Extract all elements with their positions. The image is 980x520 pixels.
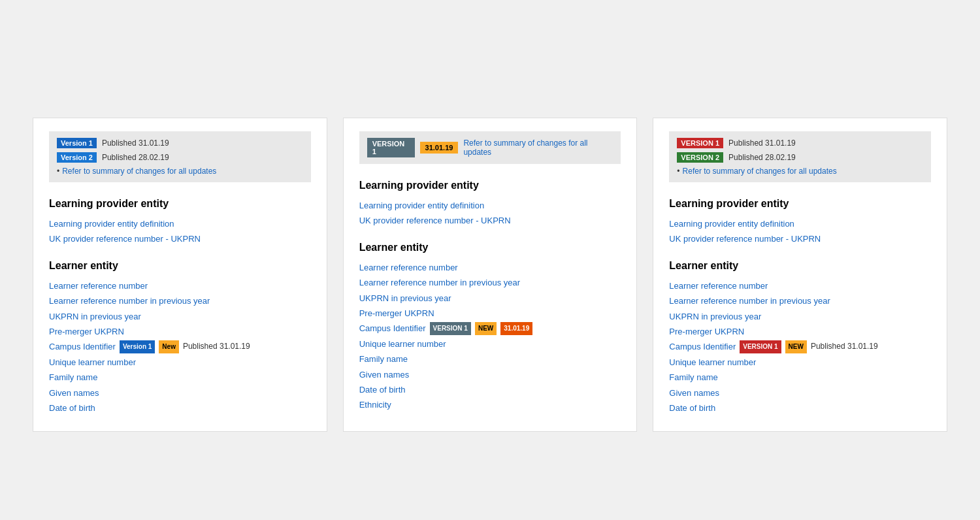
version1-text: Published 31.01.19: [102, 138, 169, 148]
nav-link-uln-2[interactable]: Unique learner number: [359, 336, 621, 351]
nav-item-campus-2: Campus Identifier VERSION 1 NEW 31.01.19: [359, 321, 621, 336]
nav-link-family-2[interactable]: Family name: [359, 351, 621, 366]
nav-link-given-3[interactable]: Given names: [669, 385, 931, 400]
nav-link-dob-3[interactable]: Date of birth: [669, 400, 931, 415]
nav-link-given[interactable]: Given names: [49, 385, 311, 400]
nav-link-given-2[interactable]: Given names: [359, 367, 621, 382]
version-bar-inline: VERSION 1 31.01.19 Refer to summary of c…: [367, 138, 613, 157]
campus-date-text: Published 31.01.19: [183, 340, 250, 354]
version-bar-3: VERSION 1 Published 31.01.19 VERSION 2 P…: [669, 131, 931, 182]
date-yellow-badge: 31.01.19: [420, 142, 459, 154]
campus-new-badge-2: NEW: [475, 322, 497, 335]
nav-link-dob-2[interactable]: Date of birth: [359, 382, 621, 397]
section-heading-learner-2: Learner entity: [359, 242, 621, 253]
campus-date-text-3: Published 31.01.19: [811, 340, 878, 354]
nav-link-lrn-3[interactable]: Learner reference number: [669, 278, 931, 293]
campus-new-badge: New: [159, 340, 179, 353]
bullet: •: [57, 167, 59, 176]
nav-link-pre-merger-3[interactable]: Pre-merger UKPRN: [669, 324, 931, 339]
nav-link-family[interactable]: Family name: [49, 370, 311, 385]
nav-item-campus-3: Campus Identifier VERSION 1 NEW Publishe…: [669, 339, 931, 354]
summary-link-2[interactable]: Refer to summary of changes for all upda…: [463, 138, 613, 157]
campus-v1-badge-3: VERSION 1: [740, 340, 781, 353]
summary-link-3[interactable]: Refer to summary of changes for all upda…: [683, 167, 837, 176]
version-dark-badge: VERSION 1: [367, 138, 415, 157]
nav-link-lrn[interactable]: Learner reference number: [49, 278, 311, 293]
nav-link-lpe-def-3[interactable]: Learning provider entity definition: [669, 216, 931, 231]
nav-link-campus[interactable]: Campus Identifier: [49, 339, 116, 354]
version-row-1: Version 1 Published 31.01.19: [57, 138, 303, 148]
nav-link-ethnicity[interactable]: Ethnicity: [359, 397, 621, 412]
version2-badge: Version 2: [57, 152, 97, 163]
bullet-3: •: [677, 167, 679, 176]
page-wrapper: Version 1 Published 31.01.19 Version 2 P…: [33, 26, 947, 458]
summary-link[interactable]: Refer to summary of changes for all upda…: [62, 167, 216, 176]
section-heading-learner: Learner entity: [49, 260, 311, 272]
version2-text-3: Published 28.02.19: [728, 153, 796, 162]
nav-link-campus-3[interactable]: Campus Identifier: [669, 339, 736, 354]
version-row-3-1: VERSION 1 Published 31.01.19: [677, 138, 923, 148]
version-row-3-2: VERSION 2 Published 28.02.19: [677, 152, 923, 163]
nav-link-lpe-def[interactable]: Learning provider entity definition: [49, 216, 311, 231]
nav-link-campus-2[interactable]: Campus Identifier: [359, 321, 426, 336]
section-heading-lpe: Learning provider entity: [49, 198, 311, 210]
version2-text: Published 28.02.19: [102, 153, 169, 162]
campus-new-badge-3: NEW: [785, 340, 807, 353]
version-bar-1: Version 1 Published 31.01.19 Version 2 P…: [49, 131, 311, 182]
nav-link-ukprn-2[interactable]: UK provider reference number - UKPRN: [359, 213, 621, 228]
summary-link-row: • Refer to summary of changes for all up…: [57, 167, 303, 176]
nav-link-lpe-def-2[interactable]: Learning provider entity definition: [359, 198, 621, 213]
nav-link-ukprn-prev[interactable]: UKPRN in previous year: [49, 309, 311, 324]
nav-link-lrn-prev-2[interactable]: Learner reference number in previous yea…: [359, 275, 621, 290]
version-bar-2: VERSION 1 31.01.19 Refer to summary of c…: [359, 131, 621, 164]
panel-1: Version 1 Published 31.01.19 Version 2 P…: [33, 118, 327, 432]
version2-badge-3: VERSION 2: [677, 152, 723, 163]
nav-link-family-3[interactable]: Family name: [669, 370, 931, 385]
nav-link-lrn-2[interactable]: Learner reference number: [359, 260, 621, 275]
nav-link-lrn-prev[interactable]: Learner reference number in previous yea…: [49, 293, 311, 308]
nav-link-lrn-prev-3[interactable]: Learner reference number in previous yea…: [669, 293, 931, 308]
version-row-2: Version 2 Published 28.02.19: [57, 152, 303, 163]
nav-link-dob[interactable]: Date of birth: [49, 400, 311, 415]
nav-link-pre-merger-2[interactable]: Pre-merger UKPRN: [359, 306, 621, 321]
nav-link-ukprn-prev-3[interactable]: UKPRN in previous year: [669, 309, 931, 324]
nav-link-pre-merger[interactable]: Pre-merger UKPRN: [49, 324, 311, 339]
campus-v1-badge: Version 1: [120, 340, 155, 353]
summary-link-row-3: • Refer to summary of changes for all up…: [677, 167, 923, 176]
version1-text-3: Published 31.01.19: [728, 138, 796, 148]
nav-item-campus: Campus Identifier Version 1 New Publishe…: [49, 339, 311, 354]
section-heading-lpe-2: Learning provider entity: [359, 180, 621, 191]
version1-badge-3: VERSION 1: [677, 138, 723, 148]
nav-link-ukprn-3[interactable]: UK provider reference number - UKPRN: [669, 231, 931, 246]
nav-link-ukprn-prev-2[interactable]: UKPRN in previous year: [359, 291, 621, 306]
section-heading-learner-3: Learner entity: [669, 260, 931, 272]
nav-link-uln[interactable]: Unique learner number: [49, 355, 311, 370]
nav-link-ukprn[interactable]: UK provider reference number - UKPRN: [49, 231, 311, 246]
panel-3: VERSION 1 Published 31.01.19 VERSION 2 P…: [653, 118, 947, 432]
campus-date-badge-2: 31.01.19: [500, 322, 532, 335]
section-heading-lpe-3: Learning provider entity: [669, 198, 931, 210]
campus-v1-badge-2: VERSION 1: [430, 322, 471, 335]
nav-link-uln-3[interactable]: Unique learner number: [669, 355, 931, 370]
panel-2: VERSION 1 31.01.19 Refer to summary of c…: [343, 118, 638, 432]
version1-badge: Version 1: [57, 138, 97, 148]
